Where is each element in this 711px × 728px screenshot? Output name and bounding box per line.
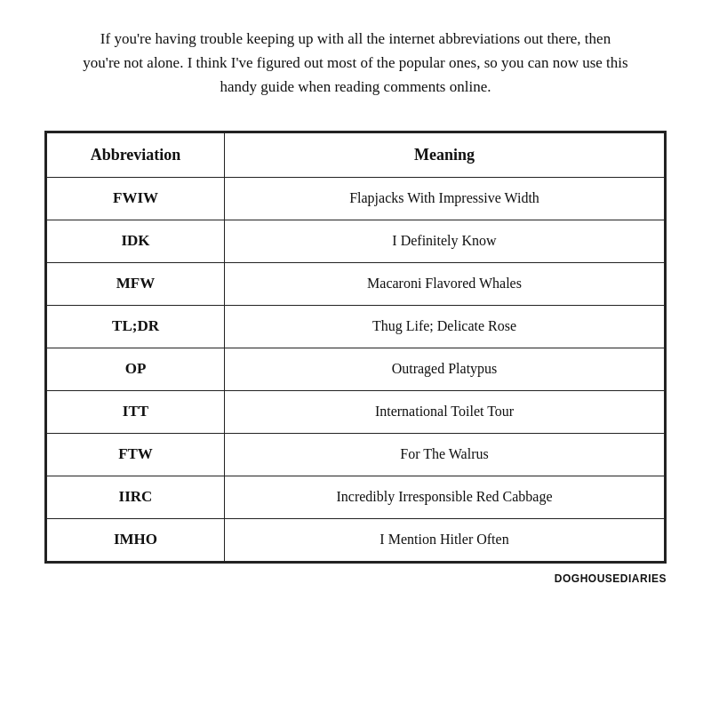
table-cell-meaning: Thug Life; Delicate Rose bbox=[225, 305, 665, 348]
table-cell-meaning: International Toilet Tour bbox=[225, 390, 665, 433]
table-row: IMHOI Mention Hitler Often bbox=[47, 518, 665, 561]
abbreviations-table: Abbreviation Meaning FWIWFlapjacks With … bbox=[46, 132, 665, 562]
table-cell-meaning: For The Walrus bbox=[225, 433, 665, 476]
table-row: TL;DRThug Life; Delicate Rose bbox=[47, 305, 665, 348]
table-row: IDKI Definitely Know bbox=[47, 220, 665, 262]
col-header-meaning: Meaning bbox=[225, 132, 665, 177]
table-row: FTWFor The Walrus bbox=[47, 433, 665, 476]
table-cell-abbr: OP bbox=[47, 348, 225, 390]
table-cell-abbr: FWIW bbox=[47, 177, 225, 220]
table-row: MFWMacaroni Flavored Whales bbox=[47, 262, 665, 305]
table-cell-abbr: FTW bbox=[47, 433, 225, 476]
table-row: FWIWFlapjacks With Impressive Width bbox=[47, 177, 665, 220]
table-header-row: Abbreviation Meaning bbox=[47, 132, 665, 177]
table-cell-meaning: Incredibly Irresponsible Red Cabbage bbox=[225, 476, 665, 518]
table-row: ITTInternational Toilet Tour bbox=[47, 390, 665, 433]
col-header-abbreviation: Abbreviation bbox=[47, 132, 225, 177]
intro-paragraph: If you're having trouble keeping up with… bbox=[80, 27, 631, 100]
table-row: IIRCIncredibly Irresponsible Red Cabbage bbox=[47, 476, 665, 518]
table-cell-abbr: IDK bbox=[47, 220, 225, 262]
table-cell-abbr: TL;DR bbox=[47, 305, 225, 348]
table-cell-abbr: IIRC bbox=[47, 476, 225, 518]
watermark: DOGHOUSEDIARIES bbox=[555, 572, 667, 585]
table-row: OPOutraged Platypus bbox=[47, 348, 665, 390]
abbreviations-table-container: Abbreviation Meaning FWIWFlapjacks With … bbox=[44, 131, 667, 564]
table-cell-meaning: I Mention Hitler Often bbox=[225, 518, 665, 561]
table-cell-abbr: ITT bbox=[47, 390, 225, 433]
table-cell-meaning: Outraged Platypus bbox=[225, 348, 665, 390]
table-cell-meaning: Macaroni Flavored Whales bbox=[225, 262, 665, 305]
table-cell-meaning: I Definitely Know bbox=[225, 220, 665, 262]
table-cell-meaning: Flapjacks With Impressive Width bbox=[225, 177, 665, 220]
table-cell-abbr: MFW bbox=[47, 262, 225, 305]
table-cell-abbr: IMHO bbox=[47, 518, 225, 561]
